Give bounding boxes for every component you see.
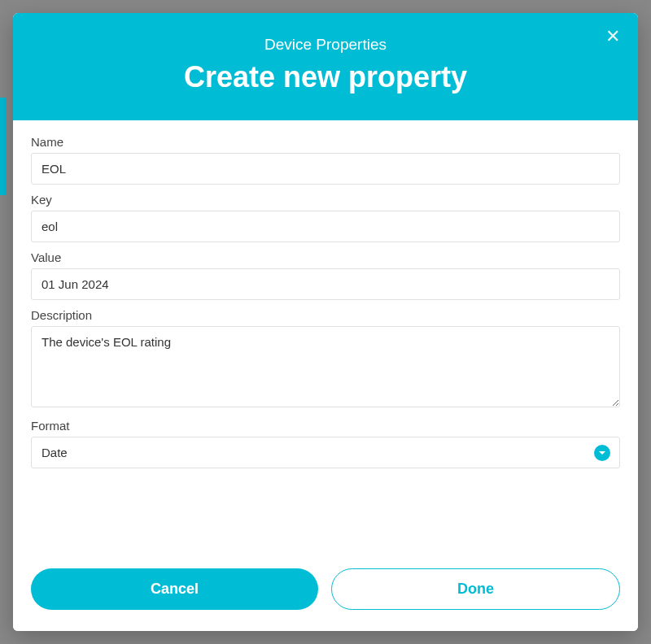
description-label: Description: [31, 308, 620, 322]
name-input[interactable]: [31, 153, 620, 185]
name-label: Name: [31, 135, 620, 149]
value-group: Value: [31, 250, 620, 300]
done-button[interactable]: Done: [331, 568, 620, 610]
modal-body: Name Key Value Description Format: [13, 120, 638, 552]
format-label: Format: [31, 419, 620, 433]
format-select-wrapper: [31, 437, 620, 468]
format-select[interactable]: [31, 437, 620, 468]
key-input[interactable]: [31, 211, 620, 242]
sidebar-accent: [0, 98, 7, 195]
value-label: Value: [31, 250, 620, 264]
description-group: Description: [31, 308, 620, 411]
modal-header: ✕ Device Properties Create new property: [13, 13, 638, 120]
format-group: Format: [31, 419, 620, 468]
modal-footer: Cancel Done: [13, 552, 638, 631]
value-input[interactable]: [31, 268, 620, 300]
name-group: Name: [31, 135, 620, 185]
create-property-modal: ✕ Device Properties Create new property …: [13, 13, 638, 631]
modal-subtitle: Device Properties: [33, 36, 618, 54]
cancel-button[interactable]: Cancel: [31, 568, 318, 610]
description-textarea[interactable]: [31, 326, 620, 407]
close-icon: ✕: [605, 26, 620, 46]
modal-title: Create new property: [33, 60, 618, 94]
key-label: Key: [31, 193, 620, 207]
close-button[interactable]: ✕: [605, 28, 620, 46]
key-group: Key: [31, 193, 620, 242]
